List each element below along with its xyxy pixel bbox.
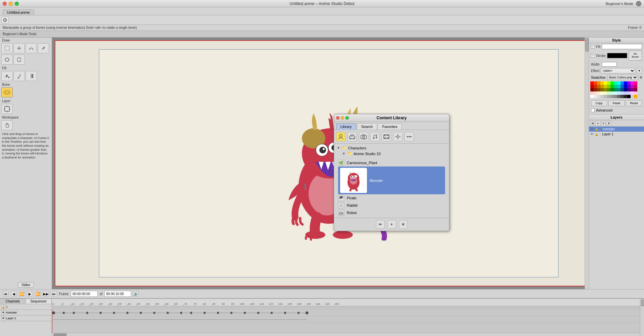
- cl-maximize-button[interactable]: [345, 116, 349, 120]
- swatch-pink[interactable]: [634, 81, 637, 85]
- swatch-dark-brown[interactable]: [600, 88, 604, 91]
- swatch-lavender[interactable]: [624, 91, 627, 95]
- minimize-button[interactable]: [9, 2, 13, 6]
- lasso-tool[interactable]: [1, 55, 13, 65]
- swatch-black[interactable]: [627, 95, 631, 98]
- swatch-dark-yellow[interactable]: [600, 85, 604, 88]
- tl-eye-1[interactable]: 👁: [1, 311, 5, 315]
- layer-row-1[interactable]: 👁 🔓 ○ Layer 1: [589, 132, 644, 137]
- swatch-medium-cyan[interactable]: [617, 85, 621, 88]
- swatch-orange[interactable]: [597, 81, 600, 85]
- swatch-dark-gray[interactable]: [617, 95, 621, 98]
- curve-tool[interactable]: [25, 43, 37, 53]
- cl-icon-music[interactable]: [370, 132, 380, 141]
- play-button[interactable]: ▶: [27, 291, 33, 296]
- swatch-dark-pink[interactable]: [634, 88, 637, 91]
- swatch-white[interactable]: [590, 95, 594, 98]
- next-frame-button[interactable]: ▶▶: [43, 291, 49, 296]
- swatch-light-yellow[interactable]: [600, 91, 604, 95]
- cl-tab-search[interactable]: Search: [357, 123, 377, 130]
- layer-eye-monster[interactable]: 👁: [590, 127, 594, 131]
- sequencer-tab[interactable]: Sequencer: [26, 299, 52, 304]
- swatch-orange-red[interactable]: [594, 81, 597, 85]
- cl-minimize-button[interactable]: [341, 116, 344, 120]
- prev-key-button[interactable]: ⏪: [19, 291, 25, 296]
- canvas-scrollbar-v[interactable]: [585, 38, 589, 289]
- paint-bucket-tool[interactable]: [1, 71, 13, 81]
- swatch-dark-orange-red[interactable]: [594, 85, 597, 88]
- layer-eye-1[interactable]: 👁: [590, 132, 594, 136]
- playhead[interactable]: [52, 310, 52, 333]
- cl-close-button[interactable]: [336, 116, 339, 120]
- swatch-lavender-blue[interactable]: [621, 91, 624, 95]
- timeline-scrollbar[interactable]: [52, 333, 640, 336]
- swatch-green[interactable]: [610, 81, 614, 85]
- swatch-brown-red[interactable]: [594, 88, 597, 91]
- cl-tab-library[interactable]: Library: [336, 123, 356, 130]
- tl-lock-icon[interactable]: 🔒: [1, 305, 5, 309]
- layers-tool-4[interactable]: ⬆: [606, 121, 611, 126]
- swatch-light-green-yellow[interactable]: [604, 91, 607, 95]
- swatch-dark-magenta[interactable]: [631, 88, 634, 91]
- swatch-medium-teal[interactable]: [614, 85, 617, 88]
- stroke-checkbox[interactable]: ✓: [591, 54, 595, 58]
- cl-tab-favorites[interactable]: Favorites: [378, 123, 401, 130]
- paste-style-button[interactable]: Paste: [608, 100, 625, 106]
- swatch-gray-88[interactable]: [614, 95, 617, 98]
- pen-tool[interactable]: [38, 43, 49, 53]
- swatch-gray-aa[interactable]: [607, 95, 610, 98]
- cl-item-monster-selected[interactable]: Monster: [338, 166, 445, 194]
- file-tab[interactable]: Untitled.anme: [3, 9, 34, 15]
- swatch-gray-99[interactable]: [610, 95, 614, 98]
- layer-lock-icon-1[interactable]: 🔓: [595, 133, 598, 136]
- cl-tree-anime-studio[interactable]: ▼ 📁 Anime Studio 10: [337, 151, 446, 156]
- layer-name-monster[interactable]: monster: [603, 127, 643, 131]
- swatch-light-purple[interactable]: [627, 91, 631, 95]
- timeline-scroll-thumb[interactable]: [53, 333, 67, 336]
- skip-forward-button[interactable]: ⏭: [51, 291, 57, 296]
- swatch-olive-green[interactable]: [607, 85, 610, 88]
- layer-transform-tool[interactable]: [1, 104, 13, 114]
- tl-eye-2[interactable]: 👁: [1, 316, 5, 320]
- swatch-dark-olive[interactable]: [604, 88, 607, 91]
- cl-add-button[interactable]: +: [387, 220, 396, 229]
- cl-window-controls[interactable]: [336, 116, 349, 120]
- swatch-dark-orange[interactable]: [597, 85, 600, 88]
- swatch-darker-gray[interactable]: [621, 95, 624, 98]
- copy-style-button[interactable]: Copy: [591, 100, 607, 106]
- swatch-amber[interactable]: [634, 95, 637, 98]
- swatch-magenta[interactable]: [631, 81, 634, 85]
- video-button[interactable]: Video: [18, 282, 34, 288]
- swatch-medium-blue[interactable]: [621, 85, 624, 88]
- user-icon[interactable]: [636, 1, 641, 6]
- total-frame-display[interactable]: 00:00:10:00: [104, 291, 131, 297]
- effect-options-btn[interactable]: ▼: [637, 68, 642, 73]
- layers-tool-3[interactable]: ✕: [601, 121, 606, 126]
- swatch-brown[interactable]: [597, 88, 600, 91]
- fill-color[interactable]: [602, 44, 642, 49]
- cl-edit-button[interactable]: ✏: [376, 220, 385, 229]
- swatch-dark-red[interactable]: [590, 85, 594, 88]
- timeline-scrollbar-v[interactable]: [640, 299, 644, 336]
- swatch-light-peach[interactable]: [597, 91, 600, 95]
- maximize-button[interactable]: [15, 2, 19, 6]
- swatch-purple[interactable]: [627, 81, 631, 85]
- select-tool[interactable]: [1, 43, 13, 53]
- swatch-light-gray[interactable]: [597, 95, 600, 98]
- swatch-teal[interactable]: [617, 88, 621, 91]
- cl-icon-character[interactable]: [336, 132, 345, 141]
- swatch-yellow-green[interactable]: [607, 81, 610, 85]
- swatches-select[interactable]: Basic Colors.png: [607, 75, 638, 80]
- window-controls[interactable]: [3, 2, 19, 6]
- swatch-medium-silver[interactable]: [604, 95, 607, 98]
- reset-style-button[interactable]: Reset: [626, 100, 642, 106]
- cl-item-rabbit[interactable]: 🐰 Rabbit: [337, 202, 446, 209]
- cl-icon-other[interactable]: [405, 132, 414, 141]
- cl-item-robot[interactable]: 🤖 Robot: [337, 209, 446, 216]
- bone-tool[interactable]: [1, 87, 13, 97]
- cl-delete-button[interactable]: ✕: [399, 220, 408, 229]
- swatch-navy[interactable]: [621, 88, 624, 91]
- swatch-near-white[interactable]: [594, 95, 597, 98]
- swatch-teal-green[interactable]: [614, 81, 617, 85]
- swatches-menu-icon[interactable]: ≡: [640, 75, 642, 80]
